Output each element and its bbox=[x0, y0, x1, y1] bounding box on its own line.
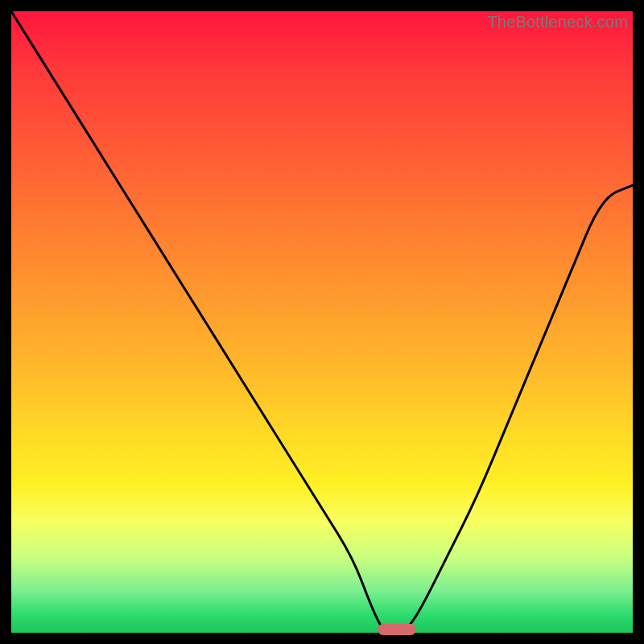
chart-frame: TheBottleneck.com bbox=[0, 0, 644, 644]
plot-area: TheBottleneck.com bbox=[11, 11, 633, 633]
bottleneck-curve bbox=[11, 11, 633, 633]
minimum-marker bbox=[378, 624, 416, 635]
